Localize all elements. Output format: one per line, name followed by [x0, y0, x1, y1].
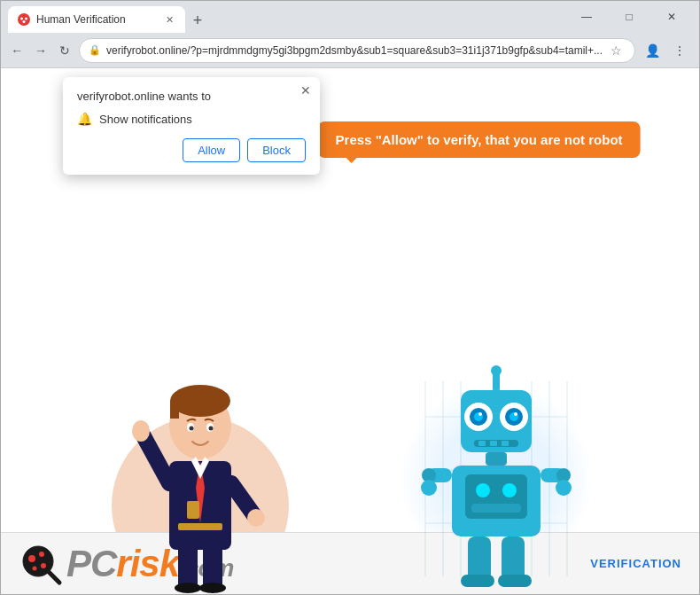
- profile-button[interactable]: 👤: [641, 38, 665, 63]
- svg-rect-50: [502, 441, 509, 446]
- svg-rect-65: [461, 575, 494, 587]
- notification-popup: ✕ verifyrobot.online wants to 🔔 Show not…: [63, 77, 320, 175]
- bookmark-icon[interactable]: ☆: [608, 42, 626, 59]
- active-tab[interactable]: Human Verification ✕: [8, 6, 185, 33]
- speech-bubble: Press "Allow" to verify, that you are no…: [318, 121, 641, 158]
- svg-point-0: [18, 13, 30, 26]
- nav-right-icons: 👤 ⋮: [641, 38, 692, 63]
- tab-bar: Human Verification ✕ +: [8, 1, 563, 33]
- svg-rect-66: [498, 575, 532, 587]
- robot-character: [416, 364, 576, 594]
- verification-badge: VERIFICATION: [590, 557, 681, 570]
- svg-point-69: [28, 555, 35, 562]
- svg-point-16: [175, 583, 201, 593]
- svg-rect-22: [178, 523, 222, 530]
- refresh-button[interactable]: ↻: [55, 38, 74, 63]
- tab-close-button[interactable]: ✕: [162, 12, 176, 27]
- tab-title: Human Verification: [36, 13, 157, 26]
- title-bar: Human Verification ✕ + — □ ✕: [1, 1, 699, 33]
- svg-point-1: [20, 18, 23, 20]
- svg-rect-63: [468, 536, 491, 581]
- maximize-button[interactable]: □: [609, 4, 649, 30]
- svg-point-2: [25, 18, 27, 20]
- svg-point-54: [476, 483, 490, 497]
- svg-point-21: [208, 427, 213, 431]
- svg-rect-51: [486, 452, 507, 466]
- svg-line-73: [49, 572, 59, 583]
- svg-point-6: [170, 385, 230, 417]
- back-button[interactable]: ←: [8, 38, 27, 63]
- svg-point-61: [421, 480, 437, 496]
- popup-title: verifyrobot.online wants to: [77, 90, 306, 103]
- svg-point-71: [41, 563, 46, 568]
- svg-point-55: [502, 483, 517, 497]
- tab-favicon: [17, 12, 31, 27]
- svg-line-8: [143, 435, 169, 483]
- popup-close-button[interactable]: ✕: [300, 84, 311, 97]
- svg-point-17: [199, 583, 226, 593]
- address-icons: ☆: [608, 42, 626, 59]
- svg-rect-48: [478, 441, 486, 446]
- svg-point-9: [132, 420, 150, 442]
- svg-point-70: [39, 552, 44, 557]
- svg-point-72: [33, 566, 37, 570]
- address-bar[interactable]: 🔒 verifyrobot.online/?p=mjrdmmdgmy5gi3bp…: [79, 38, 635, 63]
- svg-point-45: [478, 412, 482, 416]
- svg-rect-49: [490, 441, 497, 446]
- person-svg: [125, 346, 276, 594]
- svg-line-10: [231, 483, 253, 514]
- block-button[interactable]: Block: [247, 138, 306, 162]
- new-tab-button[interactable]: +: [185, 8, 210, 33]
- svg-rect-7: [170, 401, 179, 419]
- window-controls: — □ ✕: [566, 4, 692, 30]
- notification-text: Show notifications: [99, 113, 192, 126]
- svg-rect-23: [187, 501, 199, 519]
- chrome-window: Human Verification ✕ + — □ ✕ ← → ↻ 🔒 ver…: [0, 0, 700, 595]
- svg-point-20: [189, 427, 193, 431]
- robot-svg: [416, 364, 576, 594]
- person-character: [125, 346, 276, 594]
- pcrisk-logo-icon: [19, 542, 63, 586]
- svg-point-46: [514, 412, 517, 416]
- minimize-button[interactable]: —: [566, 4, 607, 30]
- forward-button[interactable]: →: [32, 38, 51, 63]
- footer-bar: PCrisk.com VERIFICATION: [1, 532, 699, 594]
- svg-point-38: [491, 365, 502, 376]
- page-content: ✕ verifyrobot.online wants to 🔔 Show not…: [1, 68, 699, 594]
- navigation-bar: ← → ↻ 🔒 verifyrobot.online/?p=mjrdmmdgmy…: [1, 33, 699, 68]
- notification-row: 🔔 Show notifications: [77, 112, 306, 126]
- svg-rect-64: [502, 536, 525, 581]
- svg-point-62: [556, 480, 572, 496]
- allow-button[interactable]: Allow: [183, 138, 240, 162]
- close-button[interactable]: ✕: [651, 4, 692, 30]
- menu-button[interactable]: ⋮: [667, 38, 692, 63]
- logo-pc: PC: [66, 543, 116, 584]
- bell-icon: 🔔: [77, 112, 92, 126]
- url-text: verifyrobot.online/?p=mjrdmmdgmy5gi3bpgm…: [106, 44, 603, 57]
- svg-rect-56: [471, 504, 521, 513]
- svg-point-3: [23, 20, 26, 23]
- popup-buttons: Allow Block: [77, 138, 306, 162]
- lock-icon: 🔒: [89, 44, 101, 56]
- svg-point-11: [247, 509, 265, 527]
